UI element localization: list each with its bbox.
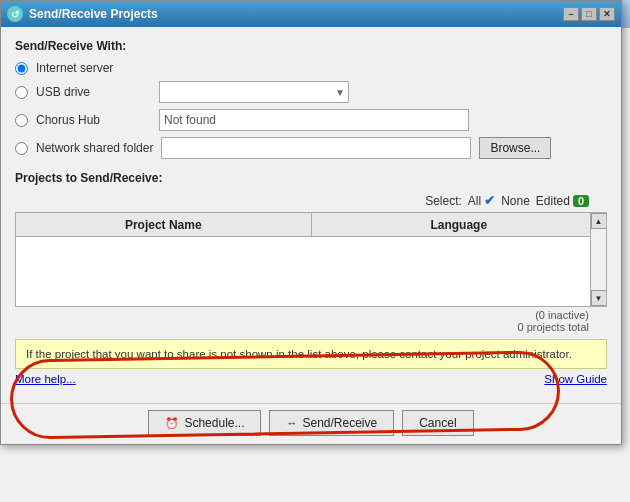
chorus-hub-row: Chorus Hub Not found xyxy=(15,109,607,131)
cancel-button[interactable]: Cancel xyxy=(402,410,473,436)
schedule-icon: ⏰ xyxy=(165,417,179,430)
schedule-label: Schedule... xyxy=(184,416,244,430)
title-bar-left: ↺ Send/Receive Projects xyxy=(7,6,158,22)
edited-label: Edited xyxy=(536,194,570,208)
dialog-icon: ↺ xyxy=(7,6,23,22)
select-none-button[interactable]: None xyxy=(501,194,530,208)
column-language: Language xyxy=(312,213,607,236)
chorus-hub-radio[interactable] xyxy=(15,114,28,127)
title-bar: ↺ Send/Receive Projects – □ ✕ xyxy=(1,1,621,27)
close-button[interactable]: ✕ xyxy=(599,7,615,21)
network-folder-radio[interactable] xyxy=(15,142,28,155)
chorus-hub-field[interactable]: Not found xyxy=(159,109,469,131)
button-bar: ⏰ Schedule... ↔ Send/Receive Cancel xyxy=(1,403,621,444)
send-receive-dialog: ↺ Send/Receive Projects – □ ✕ Send/Recei… xyxy=(0,0,622,445)
inactive-count: (0 inactive) xyxy=(15,309,607,321)
info-box: If the project that you want to share is… xyxy=(15,339,607,369)
more-help-link[interactable]: More help... xyxy=(15,373,76,385)
total-count: 0 projects total xyxy=(15,321,607,333)
network-folder-field[interactable] xyxy=(161,137,471,159)
internet-server-label: Internet server xyxy=(36,61,151,75)
projects-section-label: Projects to Send/Receive: xyxy=(15,171,607,185)
scrollbar: ▲ ▼ xyxy=(590,213,606,306)
network-folder-label: Network shared folder xyxy=(36,141,153,155)
show-guide-link[interactable]: Show Guide xyxy=(544,373,607,385)
column-project-name: Project Name xyxy=(16,213,312,236)
title-controls[interactable]: – □ ✕ xyxy=(563,7,615,21)
edited-count: 0 xyxy=(573,195,589,207)
dialog-title: Send/Receive Projects xyxy=(29,7,158,21)
send-receive-with-label: Send/Receive With: xyxy=(15,39,607,53)
scroll-down-button[interactable]: ▼ xyxy=(591,290,607,306)
cancel-label: Cancel xyxy=(419,416,456,430)
internet-server-radio[interactable] xyxy=(15,62,28,75)
send-receive-button[interactable]: ↔ Send/Receive xyxy=(269,410,394,436)
table-body xyxy=(16,237,606,307)
usb-drive-label: USB drive xyxy=(36,85,151,99)
projects-table: Project Name Language ▲ ▼ xyxy=(15,212,607,307)
browse-button[interactable]: Browse... xyxy=(479,137,551,159)
select-all-text: All xyxy=(468,194,481,208)
schedule-button[interactable]: ⏰ Schedule... xyxy=(148,410,261,436)
usb-drive-row: USB drive ▼ xyxy=(15,81,607,103)
scroll-up-button[interactable]: ▲ xyxy=(591,213,607,229)
edited-badge: Edited 0 xyxy=(536,194,589,208)
usb-drive-dropdown-wrapper: ▼ xyxy=(159,81,349,103)
maximize-button[interactable]: □ xyxy=(581,7,597,21)
check-icon: ✔ xyxy=(484,193,495,208)
internet-server-row: Internet server xyxy=(15,61,607,75)
radio-group: Internet server USB drive ▼ Chorus Hub N… xyxy=(15,61,607,159)
bottom-links: More help... Show Guide xyxy=(15,373,607,385)
send-receive-label: Send/Receive xyxy=(302,416,377,430)
chorus-hub-label: Chorus Hub xyxy=(36,113,151,127)
select-bar: Select: All ✔ None Edited 0 xyxy=(15,193,607,208)
network-folder-row: Network shared folder Browse... xyxy=(15,137,607,159)
dialog-body: Send/Receive With: Internet server USB d… xyxy=(1,27,621,403)
table-header: Project Name Language xyxy=(16,213,606,237)
send-receive-icon: ↔ xyxy=(286,417,297,429)
minimize-button[interactable]: – xyxy=(563,7,579,21)
usb-drive-radio[interactable] xyxy=(15,86,28,99)
select-all-button[interactable]: All ✔ xyxy=(468,193,495,208)
usb-drive-dropdown[interactable] xyxy=(159,81,349,103)
select-label: Select: xyxy=(425,194,462,208)
